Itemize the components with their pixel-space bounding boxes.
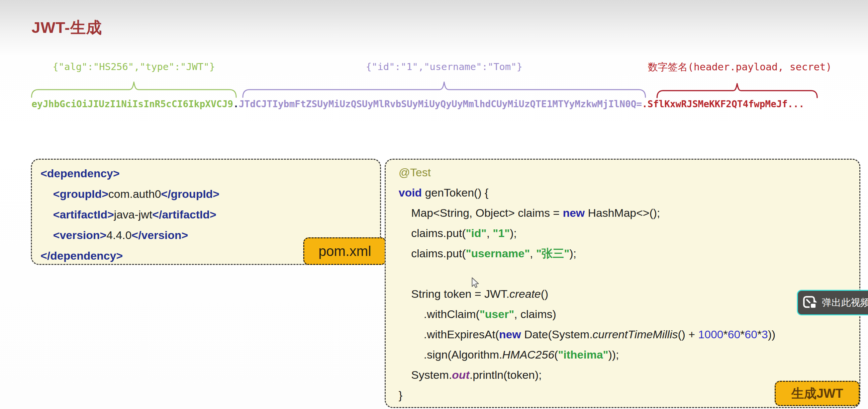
jwt-header-json-label: {"alg":"HS256","type":"JWT"} [31,61,237,74]
popout-video-button[interactable]: 弹出此视频 [797,290,868,315]
pom-xml-badge: pom.xml [303,237,386,265]
slide: JWT-生成 {"alg":"HS256","type":"JWT"} {"id… [0,0,868,409]
mouse-cursor-icon [471,277,481,288]
code-line: String token = JWT.create() [399,284,859,304]
code-line [399,264,859,284]
code-line: claims.put("id", "1"); [399,223,859,243]
code-line: Map<String, Object> claims = new HashMap… [399,203,859,223]
jwt-signature-label: 数字签名(header.payload, secret) [642,60,838,74]
pom-xml-badge-label: pom.xml [318,243,371,259]
jwt-dot-separator: . [233,99,239,109]
jwt-payload-token: JTdCJTIybmFtZSUyMiUzQSUyMlRvbSUyMiUyQyUy… [239,99,642,109]
popout-video-label: 弹出此视频 [822,296,868,309]
page-title: JWT-生成 [32,17,102,38]
code-line: <artifactId>java-jwt</artifactId> [40,204,380,225]
jwt-signature-token: .SflKxwRJSMeKKF2QT4fwpMeJf... [642,99,804,109]
generate-jwt-badge: 生成JWT [775,381,860,406]
picture-in-picture-icon [803,296,818,310]
jwt-payload-json-label: {"id":"1","username":"Tom"} [242,61,646,74]
generate-jwt-badge-label: 生成JWT [791,385,843,402]
code-line: @Test [399,162,859,182]
signature-brace-icon [656,83,818,99]
code-line: <groupId>com.auth0</groupId> [40,183,380,204]
code-line: .withClaim("user", claims) [399,304,859,325]
payload-brace-icon [242,81,646,99]
code-line: .sign(Algorithm.HMAC256("itheima")); [399,345,859,365]
code-line: claims.put("username", "张三"); [399,243,859,264]
code-line: .withExpiresAt(new Date(System.currentTi… [399,325,859,345]
java-code-box: @Testvoid genToken() { Map<String, Objec… [385,159,860,408]
jwt-token-line: eyJhbGciOiJIUzI1NiIsInR5cCI6IkpXVCJ9.JTd… [32,99,804,109]
code-line: <dependency> [40,163,380,183]
code-line: void genToken() { [399,182,859,203]
header-brace-icon [31,81,237,99]
jwt-header-token: eyJhbGciOiJIUzI1NiIsInR5cCI6IkpXVCJ9 [32,99,233,109]
